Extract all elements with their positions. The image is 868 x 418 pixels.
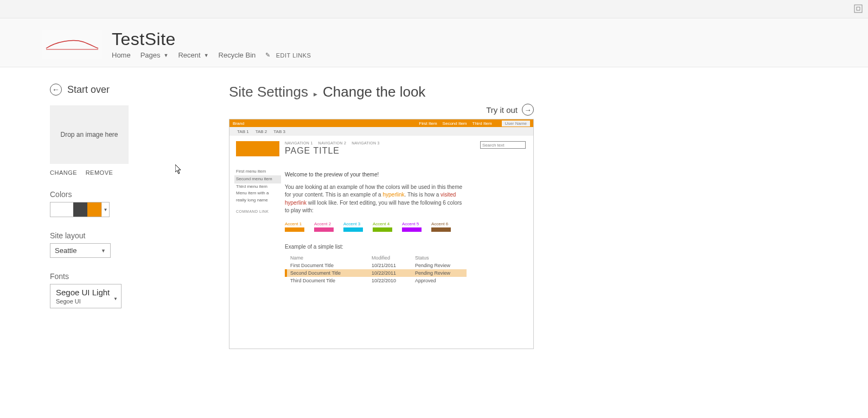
accent-5-swatch [402,227,422,232]
preview-command-link: COMMAND LINK [236,210,279,213]
theme-preview-pane: Brand First Item Second Item Third Item … [229,119,534,349]
preview-topnav-3: Third Item [473,121,492,126]
preview-table-caption: Example of a simple list: [285,244,527,250]
preview-topnav-1: First Item [419,121,437,126]
preview-text-seg: will look like. For text editing, you wi… [285,200,462,214]
arrow-left-icon: ← [50,84,62,96]
accent-2-label: Accent 2 [314,221,331,226]
drop-hint-text: Drop an image here [60,131,118,138]
preview-body-text: Welcome to the preview of your theme! Yo… [285,171,464,215]
font-select[interactable]: Segoe UI Light Segoe UI ▼ [50,284,122,308]
preview-logo-block [236,141,279,156]
palette-swatch-light [50,202,73,217]
accent-4-swatch [373,227,392,232]
accent-5-label: Accent 5 [402,221,419,226]
preview-nav-3: NAVIGATION 3 [352,141,380,145]
edit-links-label: EDIT LINKS [276,52,311,59]
accent-6-label: Accent 6 [431,221,448,226]
try-it-out-label[interactable]: Try it out [486,105,518,115]
cell-name: First Document Title [290,263,372,268]
preview-search-placeholder: Search text [482,143,504,148]
preview-menu-item-selected: Second menu item [234,175,281,183]
preview-tabs: TAB 1 TAB 2 TAB 3 [229,127,533,136]
remove-image-button[interactable]: REMOVE [86,169,113,176]
nav-recycle[interactable]: Recycle Bin [219,51,256,59]
font-secondary-value: Segoe UI [56,298,116,305]
table-row-selected: Second Document Title 10/22/2011 Pending… [285,269,467,277]
preview-menu-item: Menu item with a really long name [236,190,279,204]
palette-swatch-dark [73,202,87,217]
preview-nav-2: NAVIGATION 2 [318,141,347,145]
cell-status: Pending Review [415,270,467,276]
chevron-down-icon: ▼ [204,53,209,58]
nav-recent[interactable]: Recent▼ [178,51,208,59]
site-title[interactable]: TestSite [112,30,311,48]
change-image-button[interactable]: CHANGE [50,169,77,176]
col-modified: Modified [372,255,415,261]
nav-pages-label: Pages [141,51,161,59]
preview-tab-1: TAB 1 [237,129,249,134]
site-layout-value: Seattle [55,246,76,255]
color-palette-picker[interactable]: ▼ [50,202,110,217]
accent-4-label: Accent 4 [373,221,390,226]
ribbon-bar [0,0,868,18]
breadcrumb-root[interactable]: Site Settings [229,84,308,100]
fonts-label: Fonts [50,272,213,281]
start-over-link[interactable]: ← Start over [50,84,213,96]
breadcrumb-current: Change the look [323,84,425,100]
cell-modified: 10/22/2011 [372,270,415,276]
cell-status: Approved [415,278,467,283]
col-name: Name [290,255,372,261]
cell-name: Second Document Title [290,270,372,276]
chevron-down-icon: ▼ [164,53,169,58]
accent-1-swatch [285,227,304,232]
site-header: TestSite Home Pages▼ Recent▼ Recycle Bin… [0,18,868,67]
preview-user: User Name [502,121,530,126]
cell-modified: 10/22/2010 [372,278,415,283]
preview-menu-item: First menu item [236,168,279,175]
site-layout-select[interactable]: Seattle ▼ [50,243,111,258]
breadcrumb-separator-icon: ▸ [314,90,317,98]
preview-suite-bar: Brand First Item Second Item Third Item … [229,119,533,127]
focus-content-icon[interactable] [854,4,863,13]
chevron-down-icon: ▼ [101,248,106,254]
preview-text-seg: . This is how a [405,192,441,198]
cell-modified: 10/21/2011 [372,263,415,268]
preview-nav-1: NAVIGATION 1 [285,141,313,145]
colors-label: Colors [50,190,213,199]
background-drop-zone[interactable]: Drop an image here [50,105,129,164]
nav-pages[interactable]: Pages▼ [141,51,169,59]
site-logo[interactable] [42,30,102,59]
start-over-label: Start over [67,84,110,96]
preview-table: Name Modified Status First Document Titl… [285,254,467,284]
preview-tab-3: TAB 3 [273,129,285,134]
font-primary-value: Segoe UI Light [56,288,116,297]
table-row: Third Document Title 10/22/2010 Approved [285,277,467,284]
accent-3-label: Accent 3 [343,221,360,226]
preview-tab-2: TAB 2 [256,129,267,134]
svg-rect-0 [854,5,862,12]
accent-2-swatch [314,227,334,232]
chevron-down-icon: ▼ [113,296,118,301]
accent-6-swatch [431,227,451,232]
preview-hyperlink: hyperlink [382,192,404,198]
preview-topnav-2: Second Item [443,121,467,126]
main-column: Site Settings ▸ Change the look Try it o… [213,84,868,349]
preview-search-box: Search text [480,141,526,149]
cell-name: Third Document Title [290,278,372,283]
nav-home[interactable]: Home [112,51,131,59]
accent-3-swatch [343,227,363,232]
chevron-down-icon[interactable]: ▼ [101,202,109,217]
layout-label: Site layout [50,231,213,240]
col-status: Status [415,255,467,261]
accent-1-label: Accent 1 [285,221,302,226]
preview-welcome: Welcome to the preview of your theme! [285,171,464,179]
pencil-icon: ✎ [265,52,271,59]
palette-swatch-accent [87,202,101,217]
arrow-right-icon[interactable]: → [522,104,534,116]
preview-brand: Brand [233,121,244,126]
nav-edit-links[interactable]: ✎EDIT LINKS [265,52,311,59]
preview-menu-item: Third menu item [236,183,279,191]
breadcrumb: Site Settings ▸ Change the look [229,84,868,100]
preview-quicklaunch: First menu item Second menu item Third m… [236,141,279,349]
